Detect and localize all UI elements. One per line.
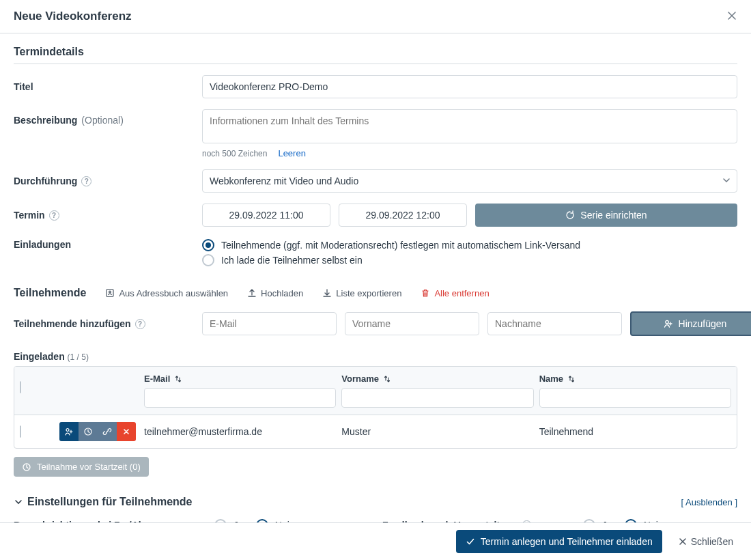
filter-firstname-input[interactable] [341,388,533,408]
add-firstname-input[interactable] [345,312,479,335]
help-icon[interactable]: ? [81,176,91,186]
filter-lastname-input[interactable] [539,388,731,408]
modal-header: Neue Videokonferenz [0,0,751,33]
feedback-no-radio[interactable]: Nein [625,518,664,522]
modal-title: Neue Videokonferenz [14,10,132,23]
invited-label: Eingeladen (1 / 5) [14,351,737,362]
row-lastname: Teilnehmend [539,426,731,437]
table-header-row: E-Mail Vorname Name [14,367,737,415]
col-firstname-header[interactable]: Vorname [341,374,533,384]
date-start-input[interactable]: 29.09.2022 11:00 [202,204,330,227]
trash-icon [421,288,430,298]
col-lastname-header[interactable]: Name [539,374,731,384]
invite-option-manual[interactable]: Ich lade die Teilnehmer selbst ein [202,253,737,268]
date-label: Termin ? [14,210,197,221]
row-firstname: Muster [341,426,533,437]
addressbook-icon [105,288,115,298]
add-participant-label: Teilnehmende hinzufügen ? [14,318,197,329]
prestart-access-button[interactable]: Teilnahme vor Startzeit (0) [14,457,149,477]
chevron-down-icon [14,497,23,507]
description-input[interactable] [202,109,737,143]
clock-icon [22,462,31,472]
mode-label: Durchführung ? [14,176,197,186]
col-email-header[interactable]: E-Mail [144,374,336,384]
help-icon[interactable]: ? [49,210,59,221]
hide-settings-link[interactable]: [ Ausblenden ] [681,497,737,507]
row-checkbox[interactable] [20,425,21,438]
mode-select[interactable]: Webkonferenz mit Video und Audio [202,169,737,193]
notify-yes-radio[interactable]: Ja [214,518,244,522]
filter-email-input[interactable] [144,388,336,408]
footer: Termin anlegen und Teilnehmer einladen S… [0,522,751,560]
add-email-input[interactable] [202,312,337,335]
sort-icon [174,375,182,383]
row-action-remove-icon[interactable] [117,422,136,441]
from-addressbook-link[interactable]: Aus Adressbuch auswählen [105,288,228,298]
svg-point-1 [109,291,111,293]
sort-icon [567,375,576,383]
remove-all-link[interactable]: Alle entfernen [421,288,489,298]
refresh-icon [565,210,575,220]
feedback-yes-radio[interactable]: Ja [583,518,612,522]
participants-table: E-Mail Vorname Name [14,366,737,449]
title-input[interactable] [202,75,737,98]
row-action-link-icon[interactable] [98,422,117,441]
participants-section-label: Teilnehmende [14,287,86,299]
close-icon[interactable] [726,10,737,23]
char-count-hint: noch 500 Zeichen [202,149,267,158]
row-action-moderator-icon[interactable] [59,422,79,441]
close-icon [679,537,687,546]
notify-no-radio[interactable]: Nein [256,518,295,522]
svg-point-3 [66,429,69,432]
create-and-invite-button[interactable]: Termin anlegen und Teilnehmer einladen [456,530,662,553]
title-label: Titel [14,81,197,92]
invite-option-auto[interactable]: Teilnehmende (ggf. mit Moderationsrecht)… [202,238,737,253]
download-icon [322,288,332,298]
setup-series-button[interactable]: Serie einrichten [475,204,737,227]
participant-settings-toggle[interactable]: Einstellungen für Teilnehmende [14,496,193,508]
export-list-link[interactable]: Liste exportieren [322,288,401,298]
clear-description-link[interactable]: Leeren [278,148,305,158]
select-all-checkbox[interactable] [20,381,21,393]
upload-icon [247,288,257,298]
invite-label: Einladungen [14,238,197,250]
check-icon [466,537,475,546]
row-email: teilnehmer@musterfirma.de [144,426,336,437]
person-add-icon [664,319,673,328]
help-icon[interactable]: ? [135,319,145,329]
date-end-input[interactable]: 29.09.2022 12:00 [339,204,467,227]
radio-icon [202,239,214,251]
add-participant-button[interactable]: Hinzufügen [630,311,751,336]
add-lastname-input[interactable] [487,312,622,335]
radio-icon [202,254,214,266]
close-button[interactable]: Schließen [675,535,737,548]
description-label: Beschreibung (Optional) [14,109,197,126]
table-row: teilnehmer@musterfirma.de Muster Teilneh… [14,415,737,448]
upload-link[interactable]: Hochladen [247,288,303,298]
section-termindetails: Termindetails [14,33,737,64]
sort-icon [383,375,391,383]
row-action-time-icon[interactable] [79,422,98,441]
svg-point-2 [665,320,668,323]
